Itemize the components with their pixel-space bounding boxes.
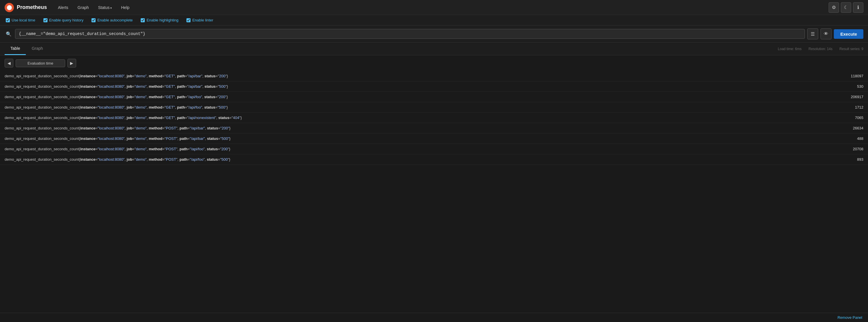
table-row: demo_api_request_duration_seconds_count{… (0, 123, 868, 134)
nav-alerts[interactable]: Alerts (54, 3, 72, 12)
value-cell: 26634 (833, 123, 868, 134)
brand-logo: ⬤ (5, 3, 14, 12)
value-cell: 20708 (833, 144, 868, 154)
metric-cell: demo_api_request_duration_seconds_count{… (0, 81, 833, 92)
table-row: demo_api_request_duration_seconds_count{… (0, 113, 868, 123)
nav-links: Alerts Graph Status Help (54, 3, 829, 12)
metric-cell: demo_api_request_duration_seconds_count{… (0, 102, 833, 113)
results-table: demo_api_request_duration_seconds_count{… (0, 71, 868, 165)
checkbox-query-history-label: Enable query history (49, 18, 84, 22)
tabs-row: Table Graph Load time: 6ms Resolution: 1… (0, 42, 868, 55)
tab-table[interactable]: Table (5, 42, 26, 55)
checkbox-highlighting-input[interactable] (141, 18, 145, 22)
search-icon: 🔍 (5, 31, 13, 37)
checkbox-use-local-time[interactable]: Use local time (6, 18, 35, 22)
load-time: Load time: 6ms (778, 47, 802, 51)
nav-icons: ⚙ ☾ ℹ (829, 2, 863, 13)
metric-cell: demo_api_request_duration_seconds_count{… (0, 92, 833, 102)
table-row: demo_api_request_duration_seconds_count{… (0, 134, 868, 144)
checkbox-use-local-time-label: Use local time (11, 18, 35, 22)
value-cell: 893 (833, 154, 868, 165)
metric-cell: demo_api_request_duration_seconds_count{… (0, 144, 833, 154)
tab-graph[interactable]: Graph (26, 42, 49, 55)
query-metrics-btn[interactable]: 👁 (820, 28, 832, 39)
settings-bar: Use local time Enable query history Enab… (0, 15, 868, 26)
navbar: ⬤ Prometheus Alerts Graph Status Help ⚙ … (0, 0, 868, 15)
eval-prev-btn[interactable]: ◀ (5, 59, 13, 67)
metric-cell: demo_api_request_duration_seconds_count{… (0, 71, 833, 81)
bottom-bar: Remove Panel (0, 313, 868, 322)
info-icon-btn[interactable]: ℹ (853, 2, 863, 13)
result-series: Result series: 9 (839, 47, 863, 51)
value-cell: 488 (833, 134, 868, 144)
metric-cell: demo_api_request_duration_seconds_count{… (0, 134, 833, 144)
table-row: demo_api_request_duration_seconds_count{… (0, 102, 868, 113)
eval-row: ◀ Evaluation time ▶ (0, 55, 868, 71)
checkbox-autocomplete-label: Enable autocomplete (97, 18, 133, 22)
checkbox-query-history[interactable]: Enable query history (43, 18, 84, 22)
checkbox-highlighting-label: Enable highlighting (147, 18, 178, 22)
checkbox-query-history-input[interactable] (43, 18, 48, 22)
checkbox-highlighting[interactable]: Enable highlighting (141, 18, 178, 22)
checkbox-linter-label: Enable linter (192, 18, 213, 22)
table-row: demo_api_request_duration_seconds_count{… (0, 92, 868, 102)
execute-button[interactable]: Execute (834, 29, 863, 39)
checkbox-linter-input[interactable] (186, 18, 190, 22)
query-bar: 🔍 ☰ 👁 Execute (0, 26, 868, 42)
eval-next-btn[interactable]: ▶ (67, 59, 76, 67)
query-input[interactable] (15, 29, 805, 39)
value-cell: 530 (833, 81, 868, 92)
value-cell: 1712 (833, 102, 868, 113)
metric-cell: demo_api_request_duration_seconds_count{… (0, 113, 833, 123)
value-cell: 118097 (833, 71, 868, 81)
value-cell: 7065 (833, 113, 868, 123)
table-row: demo_api_request_duration_seconds_count{… (0, 81, 868, 92)
brand-name: Prometheus (17, 4, 47, 10)
nav-status[interactable]: Status (94, 3, 116, 12)
checkbox-use-local-time-input[interactable] (6, 18, 10, 22)
tab-meta: Load time: 6ms Resolution: 14s Result se… (778, 47, 863, 51)
metric-cell: demo_api_request_duration_seconds_count{… (0, 154, 833, 165)
eval-time-box: Evaluation time (16, 59, 65, 67)
table-row: demo_api_request_duration_seconds_count{… (0, 144, 868, 154)
checkbox-linter[interactable]: Enable linter (186, 18, 213, 22)
query-options-btn[interactable]: ☰ (807, 28, 818, 39)
brand: ⬤ Prometheus (5, 3, 47, 12)
remove-panel-link[interactable]: Remove Panel (838, 315, 862, 320)
nav-graph[interactable]: Graph (73, 3, 93, 12)
checkbox-autocomplete[interactable]: Enable autocomplete (92, 18, 133, 22)
settings-icon-btn[interactable]: ⚙ (829, 2, 839, 13)
table-row: demo_api_request_duration_seconds_count{… (0, 71, 868, 81)
metric-cell: demo_api_request_duration_seconds_count{… (0, 123, 833, 134)
resolution: Resolution: 14s (809, 47, 833, 51)
main-content: Table Graph Load time: 6ms Resolution: 1… (0, 42, 868, 165)
nav-help[interactable]: Help (117, 3, 133, 12)
value-cell: 206917 (833, 92, 868, 102)
theme-icon-btn[interactable]: ☾ (841, 2, 851, 13)
checkbox-autocomplete-input[interactable] (92, 18, 96, 22)
table-row: demo_api_request_duration_seconds_count{… (0, 154, 868, 165)
